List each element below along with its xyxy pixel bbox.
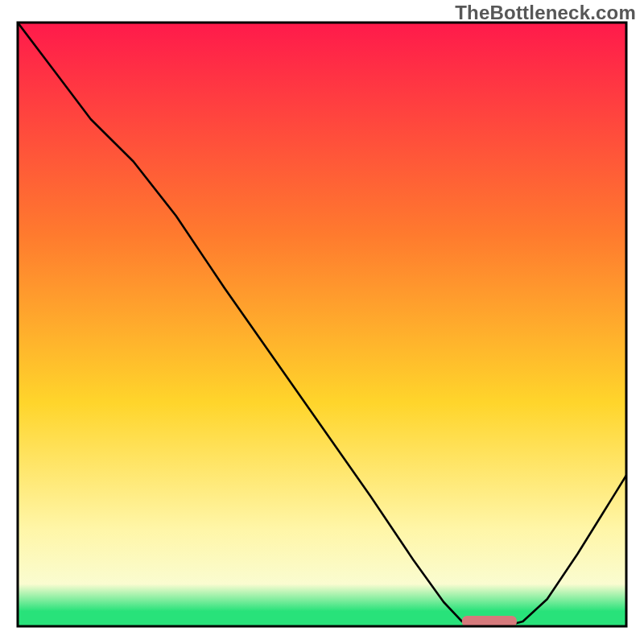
heat-gradient-background bbox=[18, 23, 626, 626]
bottleneck-curve-chart bbox=[0, 0, 644, 644]
